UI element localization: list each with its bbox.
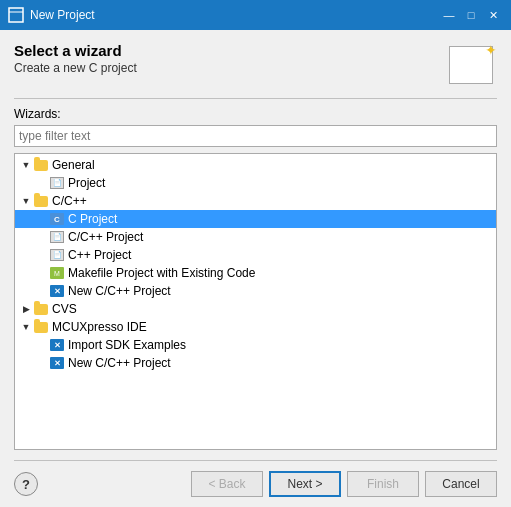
tree-item[interactable]: ▼General xyxy=(15,156,496,174)
header-divider xyxy=(14,98,497,99)
generic-project-icon: 📄 xyxy=(49,176,65,190)
tree-container: ▼General📄Project▼C/C++CC Project📄C/C++ P… xyxy=(14,153,497,450)
maximize-button[interactable]: □ xyxy=(461,6,481,24)
dialog-content: Select a wizard Create a new C project ✦… xyxy=(0,30,511,507)
tree-item-label: New C/C++ Project xyxy=(68,356,171,370)
bottom-divider xyxy=(14,460,497,461)
button-row: ? < Back Next > Finish Cancel xyxy=(14,471,497,497)
tree-item-label: CVS xyxy=(52,302,77,316)
tree-item-label: New C/C++ Project xyxy=(68,284,171,298)
collapse-arrow: ▼ xyxy=(19,158,33,172)
header-title: Select a wizard xyxy=(14,42,437,59)
tree-item[interactable]: 📄C++ Project xyxy=(15,246,496,264)
tree-item[interactable]: ▶CVS xyxy=(15,300,496,318)
generic-project-icon: 📄 xyxy=(49,230,65,244)
tree-item-label: C/C++ Project xyxy=(68,230,143,244)
next-button[interactable]: Next > xyxy=(269,471,341,497)
title-bar-controls: — □ ✕ xyxy=(439,6,503,24)
tree-item-label: Makefile Project with Existing Code xyxy=(68,266,255,280)
svg-rect-0 xyxy=(9,8,23,22)
title-bar: New Project — □ ✕ xyxy=(0,0,511,30)
tree-item[interactable]: ▼MCUXpresso IDE xyxy=(15,318,496,336)
header-subtitle: Create a new C project xyxy=(14,61,437,75)
filter-input[interactable] xyxy=(14,125,497,147)
wizard-icon-sparkle: ✦ xyxy=(485,42,497,58)
x-project-icon: ✕ xyxy=(49,338,65,352)
help-button[interactable]: ? xyxy=(14,472,38,496)
close-button[interactable]: ✕ xyxy=(483,6,503,24)
collapse-arrow: ▼ xyxy=(19,320,33,334)
folder-icon xyxy=(33,302,49,316)
tree-item[interactable]: ✕Import SDK Examples xyxy=(15,336,496,354)
tree-item-label: C Project xyxy=(68,212,117,226)
expand-arrow: ▶ xyxy=(19,302,33,316)
tree-item[interactable]: 📄C/C++ Project xyxy=(15,228,496,246)
bottom-section: ? < Back Next > Finish Cancel xyxy=(14,450,497,497)
tree-item-label: Import SDK Examples xyxy=(68,338,186,352)
x-project-icon: ✕ xyxy=(49,284,65,298)
header-text: Select a wizard Create a new C project xyxy=(14,42,437,75)
folder-icon xyxy=(33,320,49,334)
c-project-icon: C xyxy=(49,212,65,226)
folder-icon xyxy=(33,158,49,172)
makefile-icon: M xyxy=(49,266,65,280)
cancel-button[interactable]: Cancel xyxy=(425,471,497,497)
tree-item[interactable]: CC Project xyxy=(15,210,496,228)
finish-button[interactable]: Finish xyxy=(347,471,419,497)
folder-icon xyxy=(33,194,49,208)
back-button[interactable]: < Back xyxy=(191,471,263,497)
tree-item[interactable]: 📄Project xyxy=(15,174,496,192)
tree-item[interactable]: ▼C/C++ xyxy=(15,192,496,210)
x-project-icon: ✕ xyxy=(49,356,65,370)
tree-item[interactable]: ✕New C/C++ Project xyxy=(15,354,496,372)
title-bar-icon xyxy=(8,7,24,23)
tree-item[interactable]: MMakefile Project with Existing Code xyxy=(15,264,496,282)
header-section: Select a wizard Create a new C project ✦ xyxy=(14,42,497,86)
tree-item-label: General xyxy=(52,158,95,172)
tree-item-label: C++ Project xyxy=(68,248,131,262)
minimize-button[interactable]: — xyxy=(439,6,459,24)
tree-item-label: MCUXpresso IDE xyxy=(52,320,147,334)
tree-item[interactable]: ✕New C/C++ Project xyxy=(15,282,496,300)
title-bar-title: New Project xyxy=(30,8,439,22)
tree-item-label: Project xyxy=(68,176,105,190)
generic-project-icon: 📄 xyxy=(49,248,65,262)
wizards-label: Wizards: xyxy=(14,107,497,121)
collapse-arrow: ▼ xyxy=(19,194,33,208)
header-icon: ✦ xyxy=(445,42,497,86)
tree-item-label: C/C++ xyxy=(52,194,87,208)
